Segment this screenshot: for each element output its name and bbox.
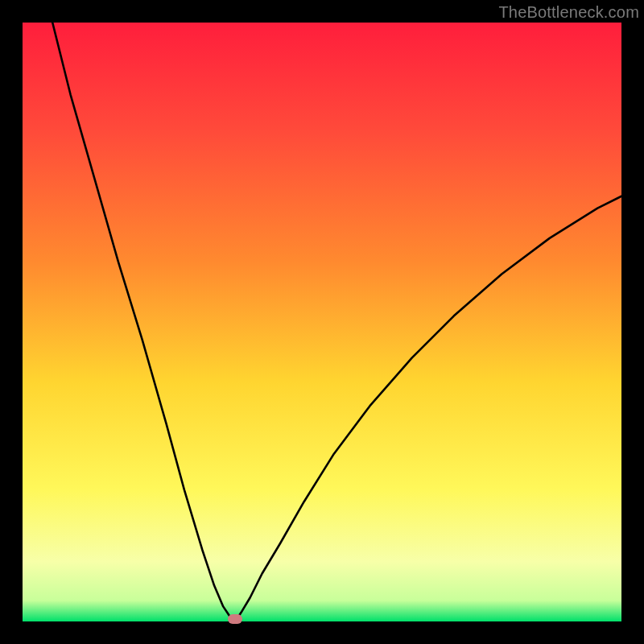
plot-area xyxy=(23,23,621,621)
optimum-marker xyxy=(228,614,242,624)
chart-frame: TheBottleneck.com xyxy=(0,0,644,644)
bottleneck-curve xyxy=(23,23,621,621)
watermark-text: TheBottleneck.com xyxy=(498,3,639,22)
